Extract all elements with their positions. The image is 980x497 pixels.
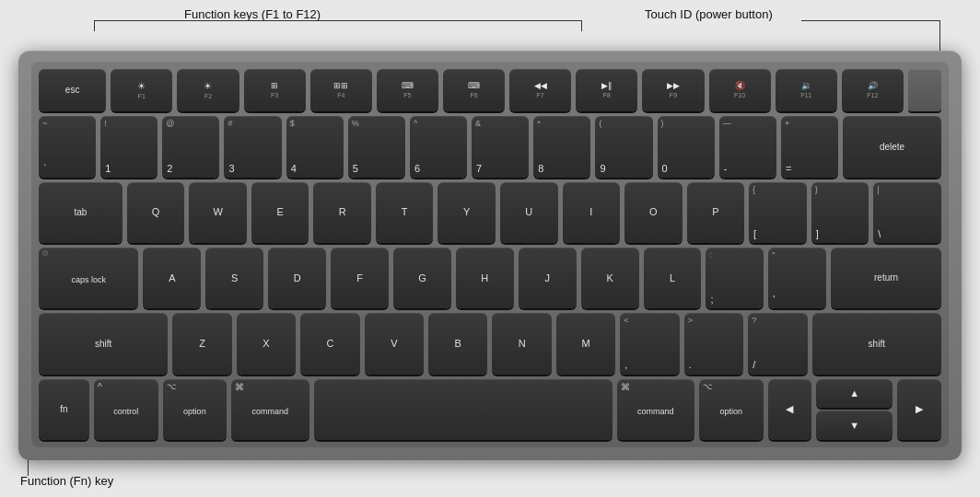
bottom-key-row: fn ^ control ⌥ option ⌘ command ⌘ comman…: [39, 379, 941, 440]
function-keys-label: Function keys (F1 to F12): [184, 7, 321, 21]
key-z[interactable]: Z: [172, 313, 231, 374]
key-6[interactable]: ^ 6: [410, 116, 467, 177]
touchid-line-h: [801, 20, 940, 21]
key-m[interactable]: M: [556, 313, 615, 374]
key-left-bracket[interactable]: { [: [749, 182, 807, 243]
key-f[interactable]: F: [331, 248, 389, 308]
key-3[interactable]: # 3: [224, 116, 281, 177]
key-g[interactable]: G: [393, 248, 451, 308]
keyboard: esc ☀ F1 ☀ F2 ⊞ F3: [18, 51, 962, 460]
key-w[interactable]: W: [189, 182, 247, 243]
key-d[interactable]: D: [268, 248, 326, 308]
arrow-up-down-cluster: ▲ ▼: [816, 379, 892, 440]
key-f7[interactable]: ◀◀ F7: [509, 69, 571, 111]
key-h[interactable]: H: [456, 248, 514, 308]
key-quote[interactable]: " ': [768, 248, 826, 308]
key-tab[interactable]: tab: [39, 182, 122, 243]
key-option-right[interactable]: ⌥ option: [699, 379, 764, 440]
key-8[interactable]: * 8: [533, 116, 590, 177]
key-capslock[interactable]: caps lock: [39, 248, 138, 308]
fn-key-label: Function (Fn) key: [20, 474, 113, 488]
key-command-left[interactable]: ⌘ command: [231, 379, 309, 440]
key-t[interactable]: T: [376, 182, 434, 243]
fn-key-row: esc ☀ F1 ☀ F2 ⊞ F3: [39, 69, 941, 111]
key-f5[interactable]: ⌨ F5: [377, 69, 438, 111]
key-esc[interactable]: esc: [39, 69, 106, 111]
key-o[interactable]: O: [624, 182, 682, 243]
key-s[interactable]: S: [205, 248, 263, 308]
key-v[interactable]: V: [365, 313, 424, 374]
function-keys-bracket-left: [94, 20, 95, 31]
key-backtick[interactable]: ~ `: [39, 116, 96, 177]
key-minus[interactable]: — -: [719, 116, 776, 177]
key-j[interactable]: J: [519, 248, 577, 308]
key-f1[interactable]: ☀ F1: [111, 69, 172, 111]
key-semicolon[interactable]: : ;: [706, 248, 764, 308]
key-shift-left[interactable]: shift: [39, 313, 168, 374]
key-period[interactable]: > .: [684, 313, 743, 374]
key-4[interactable]: $ 4: [286, 116, 344, 177]
key-9[interactable]: ( 9: [595, 116, 652, 177]
key-2[interactable]: @ 2: [162, 116, 219, 177]
key-f10[interactable]: 🔇 F10: [709, 69, 771, 111]
key-7[interactable]: & 7: [472, 116, 529, 177]
key-arrow-left[interactable]: ◀: [768, 379, 812, 440]
key-f9[interactable]: ▶▶ F9: [642, 69, 704, 111]
key-f3[interactable]: ⊞ F3: [244, 69, 306, 111]
key-y[interactable]: Y: [438, 182, 496, 243]
key-space[interactable]: [314, 379, 612, 440]
key-shift-right[interactable]: shift: [812, 313, 941, 374]
key-5[interactable]: % 5: [348, 116, 405, 177]
key-c[interactable]: C: [300, 313, 359, 374]
key-x[interactable]: X: [237, 313, 296, 374]
key-0[interactable]: ) 0: [658, 116, 715, 177]
key-f11[interactable]: 🔉 F11: [776, 69, 837, 111]
key-f6[interactable]: ⌨ F6: [443, 69, 505, 111]
key-arrow-right[interactable]: ▶: [897, 379, 941, 440]
key-delete[interactable]: delete: [843, 116, 941, 177]
key-1[interactable]: ! 1: [100, 116, 158, 177]
key-f2[interactable]: ☀ F2: [177, 69, 239, 111]
number-key-row: ~ ` ! 1 @ 2 # 3 $ 4 % 5: [39, 116, 941, 177]
key-f4[interactable]: ⊞⊞ F4: [310, 69, 372, 111]
key-b[interactable]: B: [428, 313, 487, 374]
key-backslash[interactable]: | \: [873, 182, 941, 243]
touchid-line-v: [939, 20, 940, 52]
zxcv-key-row: shift Z X C V B N M < , > . ? / shift: [39, 313, 941, 374]
key-command-right[interactable]: ⌘ command: [617, 379, 694, 440]
key-fn[interactable]: fn: [39, 379, 89, 440]
key-p[interactable]: P: [687, 182, 745, 243]
key-i[interactable]: I: [563, 182, 621, 243]
key-n[interactable]: N: [492, 313, 551, 374]
fn-key-line-v: [28, 457, 29, 476]
key-a[interactable]: A: [143, 248, 201, 308]
key-l[interactable]: L: [644, 248, 702, 308]
key-k[interactable]: K: [581, 248, 639, 308]
key-r[interactable]: R: [313, 182, 371, 243]
key-option-left[interactable]: ⌥ option: [163, 379, 228, 440]
key-return[interactable]: return: [831, 248, 941, 308]
key-control[interactable]: ^ control: [94, 379, 158, 440]
asdf-key-row: caps lock A S D F G H J K L : ; " ' retu…: [39, 248, 941, 308]
key-arrow-up[interactable]: ▲: [816, 379, 892, 409]
function-keys-bracket-h: [94, 20, 582, 21]
key-slash[interactable]: ? /: [748, 313, 807, 374]
key-equals[interactable]: + =: [781, 116, 838, 177]
key-f12[interactable]: 🔊 F12: [842, 69, 904, 111]
key-e[interactable]: E: [251, 182, 309, 243]
key-comma[interactable]: < ,: [620, 313, 679, 374]
key-f8[interactable]: ▶‖ F8: [576, 69, 637, 111]
key-u[interactable]: U: [500, 182, 558, 243]
function-keys-bracket-right: [581, 20, 582, 31]
touchid-label: Touch ID (power button): [645, 7, 773, 21]
key-arrow-down[interactable]: ▼: [816, 410, 892, 440]
key-touchid[interactable]: [908, 69, 941, 111]
qwerty-key-row: tab Q W E R T Y U I O P { [ } ] | \: [39, 182, 941, 243]
key-right-bracket[interactable]: } ]: [811, 182, 869, 243]
key-q[interactable]: Q: [127, 182, 185, 243]
